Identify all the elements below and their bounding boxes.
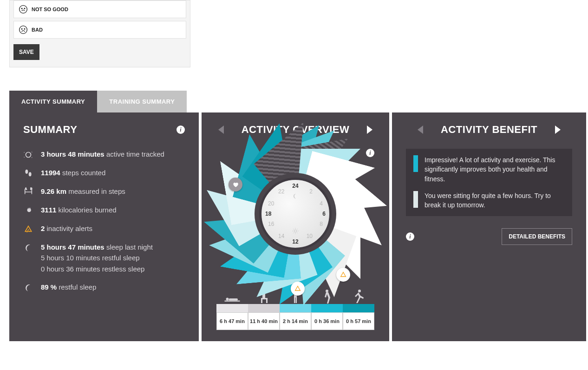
panel-row: SUMMARY i 3 hours 48 minutes active time… [9, 112, 588, 341]
svg-point-5 [24, 29, 25, 30]
svg-point-3 [20, 26, 27, 34]
dial-4: 4 [320, 200, 323, 207]
benefit-messages: Impressive! A lot of activity and exerci… [406, 149, 572, 216]
dial-10: 10 [307, 233, 313, 239]
benefit-next-button[interactable] [555, 126, 561, 134]
tab-activity-summary[interactable]: ACTIVITY SUMMARY [9, 91, 97, 112]
tab-training-summary[interactable]: TRAINING SUMMARY [97, 91, 187, 112]
dial-16: 16 [268, 221, 274, 227]
info-icon[interactable]: i [366, 149, 374, 157]
detailed-benefits-button[interactable]: DETAILED BENEFITS [502, 228, 572, 245]
svg-rect-22 [294, 297, 295, 303]
svg-point-0 [20, 6, 27, 13]
benefit-item: You were sitting for quite a few hours. … [413, 191, 565, 210]
svg-point-2 [24, 8, 25, 9]
bar-walking [311, 304, 343, 312]
rate-option-bad[interactable]: BAD [13, 21, 186, 39]
overview-prev-button[interactable] [218, 126, 224, 134]
dial-2: 2 [309, 188, 313, 195]
dial-14: 14 [278, 233, 284, 239]
face-not-so-good-icon [19, 5, 28, 14]
bar-lying [216, 304, 248, 312]
dial-24: 24 [292, 183, 298, 189]
moon-icon [23, 243, 33, 253]
info-icon[interactable]: i [176, 126, 185, 134]
summary-distance: AB 9.26 km measured in steps [23, 186, 185, 197]
benefit-text: Impressive! A lot of activity and exerci… [425, 155, 565, 184]
svg-rect-14 [225, 301, 240, 302]
dial-20: 20 [268, 200, 274, 207]
panel-activity-benefit: ACTIVITY BENEFIT Impressive! A lot of ac… [392, 112, 586, 341]
summary-active-time: 3 hours 48 minutes active time tracked [23, 149, 185, 160]
benefit-prev-button[interactable] [418, 126, 423, 134]
val-walking: 0 h 36 min [311, 312, 343, 330]
rate-session-card: NOT SO GOOD BAD SAVE [9, 0, 190, 67]
inactivity-alert-icon [23, 224, 33, 234]
svg-text:A: A [25, 187, 27, 190]
save-button[interactable]: SAVE [13, 44, 39, 60]
benefit-item: Impressive! A lot of activity and exerci… [413, 155, 565, 184]
summary-inactivity: 2 inactivity alerts [23, 223, 185, 234]
info-icon[interactable]: i [406, 232, 414, 241]
activity-clock: i [230, 149, 360, 279]
distance-icon: AB [23, 187, 33, 197]
svg-point-7 [25, 170, 28, 174]
svg-text:B: B [31, 187, 33, 190]
fire-icon [23, 205, 33, 216]
bar-sitting [248, 304, 280, 312]
active-time-icon [23, 150, 33, 160]
svg-rect-23 [296, 297, 297, 303]
bar-standing [280, 304, 311, 312]
sun-icon [292, 227, 299, 235]
summary-restful-pct: 89 % restful sleep [23, 282, 185, 293]
summary-kcal: 3111 kilocalories burned [23, 205, 185, 216]
dial-22: 22 [278, 188, 284, 195]
val-standing: 2 h 14 min [280, 312, 311, 330]
benefit-swatch [413, 191, 418, 208]
inactivity-alert-icon[interactable] [336, 268, 350, 282]
heart-session-icon[interactable] [229, 178, 242, 192]
steps-icon [23, 168, 33, 178]
svg-point-11 [294, 230, 296, 232]
rate-option-label: NOT SO GOOD [32, 7, 68, 12]
rate-option-label: BAD [32, 27, 43, 33]
summary-sleep: 5 hours 47 minutes sleep last night 5 ho… [23, 242, 185, 274]
summary-steps: 11994 steps counted [23, 167, 185, 178]
face-bad-icon [19, 25, 28, 34]
dial-18: 18 [265, 211, 271, 217]
moon-icon [23, 283, 33, 293]
moon-icon [292, 193, 299, 199]
tabs: ACTIVITY SUMMARY TRAINING SUMMARY [9, 91, 588, 112]
svg-point-8 [29, 172, 32, 176]
summary-list: 3 hours 48 minutes active time tracked 1… [23, 149, 185, 293]
panel-summary: SUMMARY i 3 hours 48 minutes active time… [9, 112, 199, 341]
running-icon [343, 288, 374, 304]
dial-8: 8 [320, 221, 323, 227]
svg-point-4 [21, 29, 22, 30]
overview-next-button[interactable] [367, 126, 372, 134]
svg-point-12 [226, 298, 229, 301]
activity-breakdown-values: 6 h 47 min 11 h 40 min 2 h 14 min 0 h 36… [216, 312, 374, 330]
panel-activity-overview: ACTIVITY OVERVIEW i [202, 112, 389, 341]
rate-option-not-so-good[interactable]: NOT SO GOOD [13, 0, 186, 18]
svg-point-25 [358, 290, 361, 292]
val-running: 0 h 57 min [343, 312, 374, 330]
inactivity-alert-icon[interactable] [291, 282, 305, 296]
svg-rect-13 [229, 298, 238, 301]
activity-breakdown-bars [216, 304, 374, 312]
dial-12: 12 [292, 238, 298, 245]
lying-icon [216, 288, 248, 304]
bar-running [343, 304, 374, 312]
clock-dial: 24 2 4 6 8 10 12 14 16 18 20 22 [259, 178, 332, 250]
svg-point-24 [326, 290, 328, 292]
svg-point-1 [21, 8, 22, 9]
svg-rect-18 [261, 299, 262, 303]
svg-point-6 [26, 152, 31, 158]
svg-rect-19 [266, 299, 268, 303]
summary-title: SUMMARY [23, 124, 77, 136]
val-sitting: 11 h 40 min [248, 312, 280, 330]
benefit-title: ACTIVITY BENEFIT [441, 124, 537, 136]
dial-6: 6 [322, 211, 326, 217]
svg-rect-17 [261, 298, 268, 299]
benefit-text: You were sitting for quite a few hours. … [425, 191, 565, 210]
